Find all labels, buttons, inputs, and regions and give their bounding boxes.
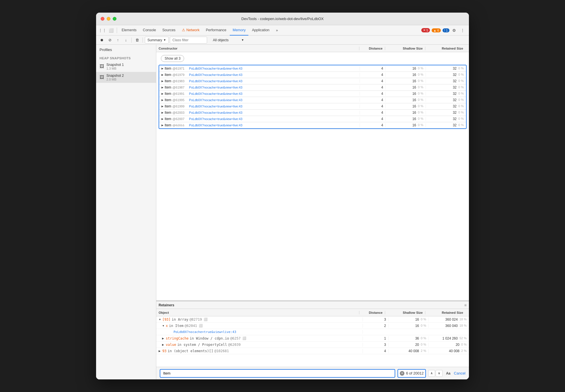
item-link[interactable]: PoLdb0X?nocache=true&view=live:43 bbox=[189, 79, 242, 83]
retainer-key: x bbox=[166, 324, 168, 328]
delete-button[interactable]: 🗑 bbox=[134, 37, 141, 44]
item-link[interactable]: PoLdb0X?nocache=true&view=live:43 bbox=[189, 92, 242, 95]
item-id: @61991 bbox=[172, 92, 184, 95]
upload-button[interactable]: ↑ bbox=[114, 37, 121, 44]
row-distance-cell: 4 bbox=[360, 117, 386, 121]
expand-icon[interactable]: ▶ bbox=[161, 86, 163, 89]
tab-elements[interactable]: Elements bbox=[119, 25, 139, 36]
retainer-row[interactable]: ▶ stringCache in Window / cdpn.io @6257 … bbox=[156, 335, 469, 342]
expand-icon[interactable]: ▶ bbox=[162, 343, 164, 346]
snapshot-1-item[interactable]: 🖼 Snapshot 1 1.3 MB bbox=[96, 61, 156, 72]
row-distance-cell: 4 bbox=[360, 92, 386, 96]
expand-icon[interactable]: ▼ bbox=[162, 324, 165, 327]
toolbar-divider bbox=[131, 38, 132, 43]
expand-icon[interactable]: ▶ bbox=[159, 350, 161, 352]
row-shallow-cell: 160 % bbox=[386, 92, 426, 96]
retainer-icon: ⬜ bbox=[204, 317, 208, 321]
more-tabs-icon[interactable]: » bbox=[273, 26, 281, 34]
search-cancel-button[interactable]: Cancel bbox=[454, 371, 465, 375]
item-link[interactable]: PoLdb0X?nocache=true&view=live:43 bbox=[189, 67, 242, 70]
retainers-menu-icon[interactable]: ≡ bbox=[464, 303, 467, 307]
match-case-button[interactable]: Aa bbox=[445, 371, 451, 376]
expand-icon[interactable]: ▶ bbox=[161, 105, 163, 108]
expand-icon[interactable]: ▶ bbox=[161, 73, 163, 76]
maximize-button[interactable] bbox=[113, 17, 116, 21]
info-badge[interactable]: ! 1 bbox=[443, 28, 449, 32]
row-shallow-cell: 160 % bbox=[386, 73, 426, 77]
expand-icon[interactable]: ▶ bbox=[161, 117, 163, 120]
expand-icon[interactable]: ▶ bbox=[161, 67, 163, 70]
search-input[interactable] bbox=[160, 369, 395, 378]
all-objects-dropdown[interactable]: All objects ▼ bbox=[211, 37, 246, 44]
expand-icon[interactable]: ▼ bbox=[159, 318, 161, 321]
item-link[interactable]: PoLdb0X?nocache=true&view=live:43 bbox=[189, 111, 242, 114]
retainer-row[interactable]: PoLdb0X?nocache=true&view=live:43 bbox=[156, 329, 469, 335]
retainer-object-cell: ▶ stringCache in Window / cdpn.io @6257 … bbox=[156, 336, 363, 340]
warning-badge[interactable]: ▲ 6 bbox=[432, 28, 441, 32]
item-link[interactable]: PoLdb0X?nocache=true&view=live:43 bbox=[189, 98, 242, 102]
tab-performance[interactable]: Performance bbox=[203, 25, 229, 36]
item-label: Item bbox=[165, 111, 171, 115]
row-shallow-cell: 160 % bbox=[386, 111, 426, 115]
snapshot-icon: 🖼 bbox=[100, 64, 104, 69]
item-link[interactable]: PoLdb0X?nocache=true&view=live:43 bbox=[189, 117, 242, 121]
retainer-id: @62039 bbox=[228, 343, 241, 347]
row-constructor-cell: ▶ Item @61991 PoLdb0X?nocache=true&view=… bbox=[159, 92, 360, 96]
table-row[interactable]: ▶ Item @61971 PoLdb0X?nocache=true&view=… bbox=[159, 65, 466, 72]
item-link[interactable]: PoLdb0X?nocache=true&view=live:43 bbox=[189, 73, 242, 77]
item-link[interactable]: PoLdb0X?nocache=true&view=live:43 bbox=[189, 124, 242, 127]
summary-dropdown[interactable]: Summary ▼ bbox=[145, 37, 169, 44]
row-shallow-cell: 160 % bbox=[386, 123, 426, 127]
retainer-link[interactable]: PoLdb0X?nocache=true&view=live:43 bbox=[174, 330, 236, 334]
retainer-row[interactable]: ▼ [93] in Array @82719 ⬜ 3 160 % 360 024… bbox=[156, 316, 469, 323]
more-options-icon[interactable]: ⋮ bbox=[459, 26, 467, 34]
table-row[interactable]: ▶ Item @62007 PoLdb0X?nocache=true&view=… bbox=[159, 116, 466, 122]
row-retained-cell: 320 % bbox=[426, 92, 466, 96]
expand-icon[interactable]: ▶ bbox=[161, 124, 163, 127]
table-row[interactable]: ▶ Item @61999 PoLdb0X?nocache=true&view=… bbox=[159, 103, 466, 109]
minimize-button[interactable] bbox=[107, 17, 110, 21]
cursor-icon[interactable]: ⋮⋮ bbox=[98, 26, 106, 34]
class-filter-input[interactable] bbox=[170, 37, 207, 44]
table-row[interactable]: ▶ Item @61979 PoLdb0X?nocache=true&view=… bbox=[159, 72, 466, 78]
tab-application[interactable]: Application bbox=[249, 25, 272, 36]
tab-console[interactable]: Console bbox=[140, 25, 159, 36]
retainers-table-header: Object Distance Shallow Size Retained Si… bbox=[156, 309, 469, 316]
download-button[interactable]: ↓ bbox=[122, 37, 129, 44]
error-badge[interactable]: ✕ 5 bbox=[421, 28, 430, 32]
item-link[interactable]: PoLdb0X?nocache=true&view=live:43 bbox=[189, 86, 242, 89]
table-row[interactable]: ▶ Item @61983 PoLdb0X?nocache=true&view=… bbox=[159, 78, 466, 84]
show-all-button[interactable]: Show all 3 bbox=[161, 55, 184, 62]
clear-button[interactable]: ⊘ bbox=[106, 37, 113, 44]
snapshot-2-item[interactable]: 🖼 Snapshot 2 2.0 MB bbox=[96, 72, 156, 83]
retainer-row[interactable]: ▶ 93 in (object elements)[] @102681 4 40… bbox=[156, 348, 469, 354]
retainer-row[interactable]: ▼ x in Item @62041 ⬜ 2 160 % 360 04018 % bbox=[156, 323, 469, 329]
record-button[interactable]: ⏺ bbox=[98, 37, 105, 44]
tab-network[interactable]: ⚠ Network bbox=[179, 25, 202, 36]
row-distance-cell: 4 bbox=[360, 85, 386, 89]
clear-search-button[interactable]: ✕ bbox=[400, 371, 404, 376]
expand-icon[interactable]: ▶ bbox=[162, 337, 164, 340]
snapshot-2-info: Snapshot 2 2.0 MB bbox=[106, 74, 153, 81]
settings-icon[interactable]: ⚙ bbox=[450, 26, 458, 34]
close-button[interactable] bbox=[101, 17, 104, 21]
tab-memory[interactable]: Memory bbox=[230, 25, 248, 36]
inspect-icon[interactable]: ⬜ bbox=[107, 26, 115, 34]
retainer-row[interactable]: ▶ value in system / PropertyCell @62039 … bbox=[156, 342, 469, 348]
search-next-button[interactable]: ∨ bbox=[436, 370, 443, 377]
expand-icon[interactable]: ▶ bbox=[161, 80, 163, 83]
expand-icon[interactable]: ▶ bbox=[161, 111, 163, 114]
item-link[interactable]: PoLdb0X?nocache=true&view=live:43 bbox=[189, 105, 242, 108]
tab-sources[interactable]: Sources bbox=[159, 25, 178, 36]
search-prev-button[interactable]: ∧ bbox=[428, 370, 435, 377]
expand-icon[interactable]: ▶ bbox=[161, 99, 163, 101]
retainer-id: @6257 bbox=[230, 336, 241, 340]
distance-column-header: Distance bbox=[359, 47, 385, 50]
toolbar-divider-2 bbox=[143, 38, 143, 43]
expand-icon[interactable]: ▶ bbox=[161, 92, 163, 95]
table-row[interactable]: ▶ Item @62011 PoLdb0X?nocache=true&view=… bbox=[159, 122, 466, 128]
table-row[interactable]: ▶ Item @61995 PoLdb0X?nocache=true&view=… bbox=[159, 97, 466, 103]
table-row[interactable]: ▶ Item @61991 PoLdb0X?nocache=true&view=… bbox=[159, 91, 466, 97]
table-row[interactable]: ▶ Item @61987 PoLdb0X?nocache=true&view=… bbox=[159, 84, 466, 91]
table-row[interactable]: ▶ Item @62003 PoLdb0X?nocache=true&view=… bbox=[159, 109, 466, 116]
